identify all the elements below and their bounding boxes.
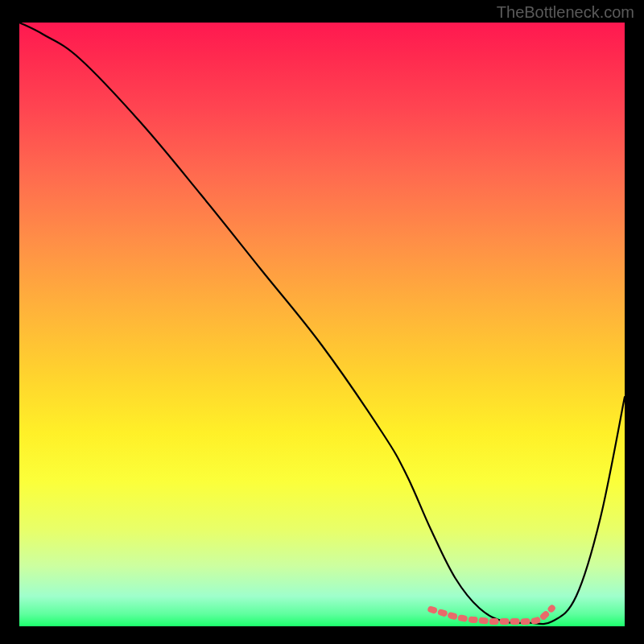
optimal-range-marker-path — [431, 609, 551, 622]
bottleneck-curve-path — [19, 23, 625, 624]
plot-area — [19, 23, 625, 626]
curve-svg — [19, 23, 625, 626]
watermark-text: TheBottleneck.com — [497, 3, 634, 22]
